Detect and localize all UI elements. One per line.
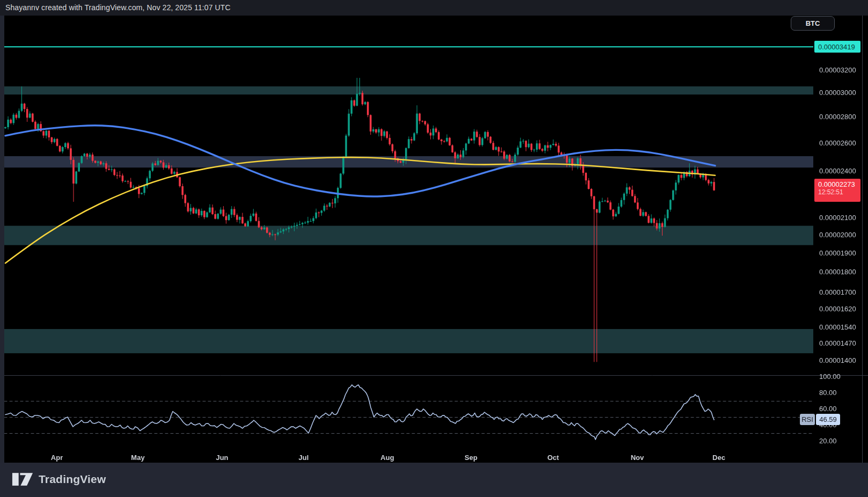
tradingview-logo-icon <box>12 471 33 487</box>
chart-canvas[interactable] <box>4 16 868 463</box>
tradingview-snapshot: Shayannv created with TradingView.com, N… <box>0 0 868 497</box>
left-margin <box>0 16 4 463</box>
chart-title: Shayannv created with TradingView.com, N… <box>5 3 231 12</box>
tradingview-logo-text: TradingView <box>39 473 106 486</box>
footer-bar: TradingView <box>0 463 868 497</box>
tradingview-logo[interactable]: TradingView <box>12 471 106 487</box>
chart-header-bar: Shayannv created with TradingView.com, N… <box>0 0 868 16</box>
symbol-button[interactable]: BTC <box>791 16 835 31</box>
